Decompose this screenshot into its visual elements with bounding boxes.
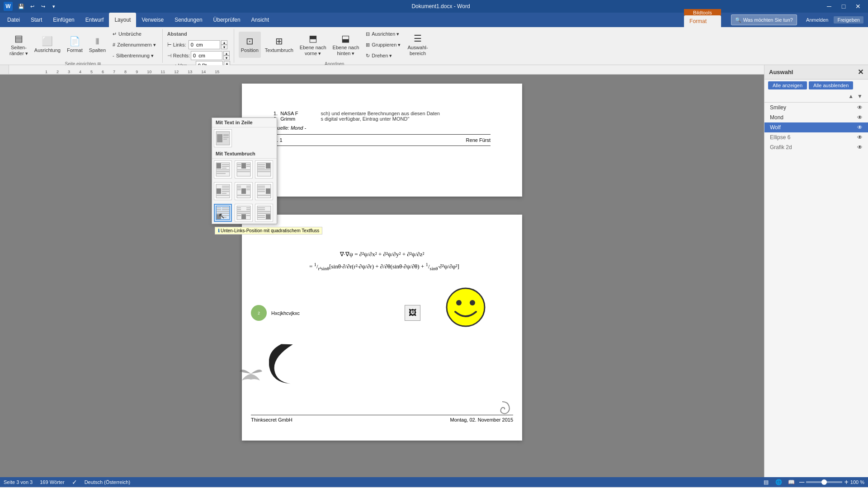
einzug-rechts-up[interactable]: ▴ xyxy=(223,51,230,56)
spalten-btn[interactable]: ⫴ Spalten xyxy=(87,32,108,58)
moon-crescent xyxy=(269,341,305,388)
quick-access-toolbar: 💾 ↩ ↪ ▾ xyxy=(16,1,59,11)
spalten-icon: ⫴ xyxy=(95,36,99,47)
signin-btn[interactable]: Anmelden xyxy=(806,17,829,23)
web-view-btn[interactable]: 🌐 xyxy=(774,478,783,487)
redo-btn[interactable]: ↪ xyxy=(38,1,48,11)
position-btn[interactable]: ⊡ Position xyxy=(239,32,261,58)
position-middle-left[interactable] xyxy=(214,182,232,200)
green-circle: 2 xyxy=(251,305,267,321)
position-bottom-right[interactable] xyxy=(255,204,273,222)
print-view-btn[interactable]: ▤ xyxy=(761,478,770,487)
format-btn[interactable]: 📄 Format xyxy=(65,32,85,58)
ausrichten-btn[interactable]: ⊟ Ausrichten ▾ xyxy=(363,29,403,39)
tab-format[interactable]: Format xyxy=(684,15,721,27)
einzug-rechts-down[interactable]: ▾ xyxy=(223,56,230,60)
zeilennummern-btn[interactable]: # Zeilennummern ▾ xyxy=(110,40,159,50)
panel-item-wolf[interactable]: Wolf 👁 xyxy=(764,122,868,132)
ausrichtung-btn[interactable]: ⬜ Ausrichtung xyxy=(32,32,63,58)
doc-scroll[interactable]: 1. NASA F 2. Grimm sch) und elementare B… xyxy=(0,75,764,477)
ebene-hinten-icon: ⬓ xyxy=(341,33,350,44)
svg-rect-17 xyxy=(246,164,250,165)
panel-title: Auswahl xyxy=(769,69,793,75)
tab-sendungen[interactable]: Sendungen xyxy=(169,13,208,27)
tab-verweise[interactable]: Verweise xyxy=(136,13,169,27)
position-bottom-left[interactable]: ℹ Unten-Links-Position mit quadratischem… xyxy=(214,204,232,222)
position-top-right[interactable] xyxy=(255,160,273,178)
panel-item-grafik2d[interactable]: Grafik 2d 👁 xyxy=(764,142,868,152)
panel-item-ellipse6[interactable]: Ellipse 6 👁 xyxy=(764,132,868,142)
customize-btn[interactable]: ▾ xyxy=(49,1,59,11)
bird-shape xyxy=(237,362,264,386)
hxcjk-text: Hxcjkhcvjkxc xyxy=(271,310,300,316)
contextual-label: Bildtools xyxy=(684,9,721,15)
position-middle-center[interactable] xyxy=(235,182,253,200)
close-btn[interactable]: ✕ xyxy=(852,0,864,13)
tab-einfuegen[interactable]: Einfügen xyxy=(47,13,80,27)
auswahlbereich-icon: ☰ xyxy=(414,33,422,44)
position-middle-right[interactable] xyxy=(255,182,273,200)
auswahlbereich-btn[interactable]: ☰ Auswahl-bereich xyxy=(405,32,430,58)
drehen-btn[interactable]: ↻ Drehen ▾ xyxy=(363,51,403,61)
svg-rect-65 xyxy=(246,207,250,208)
svg-rect-6 xyxy=(217,163,221,169)
svg-rect-2 xyxy=(223,134,229,136)
reading-view-btn[interactable]: 📖 xyxy=(787,478,796,487)
tab-start[interactable]: Start xyxy=(25,13,47,27)
tab-ansicht[interactable]: Ansicht xyxy=(246,13,274,27)
tab-ueberpruefen[interactable]: Überprüfen xyxy=(208,13,246,27)
hide-all-btn[interactable]: Alle ausblenden xyxy=(809,81,853,89)
svg-rect-48 xyxy=(258,188,265,188)
position-icon: ⊡ xyxy=(246,36,254,47)
panel-item-mond[interactable]: Mond 👁 xyxy=(764,113,868,122)
share-btn[interactable]: Freigeben xyxy=(834,16,863,23)
source-text: Quelle: Mond - xyxy=(274,125,491,131)
gruppieren-btn[interactable]: ⊞ Gruppieren ▾ xyxy=(363,40,403,50)
position-top-left[interactable] xyxy=(214,160,232,178)
position-top-center[interactable] xyxy=(235,160,253,178)
einzug-links-group: ⊢ Links: ▴ ▾ xyxy=(167,40,227,50)
seitenraender-btn[interactable]: ▤ Seiten-ränder ▾ xyxy=(7,32,30,58)
panel-close-btn[interactable]: ✕ xyxy=(858,68,863,76)
panel-scroll-down[interactable]: ▼ xyxy=(855,92,864,100)
ebene-hinten-btn[interactable]: ⬓ Ebene nachhinten ▾ xyxy=(330,32,362,58)
eye-icon-wolf: 👁 xyxy=(857,124,863,131)
tab-layout[interactable]: Layout xyxy=(109,13,136,27)
silbentrennung-icon: - xyxy=(113,53,114,58)
save-btn[interactable]: 💾 xyxy=(16,1,26,11)
umbrueche-btn[interactable]: ↵ Umbrüche xyxy=(110,29,159,39)
tab-datei[interactable]: Datei xyxy=(2,13,25,27)
status-bar: Seite 3 von 3 169 Wörter ✓ Deutsch (Öste… xyxy=(0,477,868,487)
source-detail-2: s digital verfügbar, Eintrag unter MOND" xyxy=(321,116,440,122)
position-bottom-center[interactable] xyxy=(235,204,253,222)
ribbon-tabs: Datei Start Einfügen Entwurf Layout Verw… xyxy=(0,13,723,27)
search-box[interactable]: 🔍 Was möchten Sie tun? xyxy=(731,14,797,25)
einzug-links-down[interactable]: ▾ xyxy=(221,45,227,49)
einzug-links-up[interactable]: ▴ xyxy=(221,40,227,45)
zoom-slider[interactable] xyxy=(806,481,842,483)
position-inline[interactable] xyxy=(214,129,232,147)
panel-header: Auswahl ✕ xyxy=(764,65,868,80)
svg-rect-26 xyxy=(258,169,270,170)
einzug-links-input[interactable] xyxy=(189,40,220,49)
page-header-row: S. 1 Rene Fürst xyxy=(274,137,491,143)
umbrueche-icon: ↵ xyxy=(113,31,117,37)
zoom-out-btn[interactable]: ─ xyxy=(799,478,804,486)
zoom-in-btn[interactable]: + xyxy=(844,478,848,486)
einzug-rechts-input[interactable] xyxy=(191,51,222,60)
panel-item-smiley[interactable]: Smiley 👁 xyxy=(764,103,868,113)
undo-btn[interactable]: ↩ xyxy=(27,1,37,11)
svg-point-82 xyxy=(470,300,475,305)
panel-scroll-up[interactable]: ▲ xyxy=(846,92,855,100)
textumbruch-btn[interactable]: ⊞ Textumbruch xyxy=(263,32,296,58)
svg-rect-27 xyxy=(258,171,270,172)
show-all-btn[interactable]: Alle anzeigen xyxy=(768,81,807,89)
maximize-btn[interactable]: □ xyxy=(837,0,850,13)
silbentrennung-btn[interactable]: - Silbentrennung ▾ xyxy=(110,51,159,61)
ebene-vorne-btn[interactable]: ⬒ Ebene nachvorne ▾ xyxy=(297,32,329,58)
minimize-btn[interactable]: ─ xyxy=(823,0,835,13)
svg-rect-39 xyxy=(246,186,250,187)
tab-entwurf[interactable]: Entwurf xyxy=(80,13,109,27)
eye-icon-ellipse6: 👁 xyxy=(857,134,863,141)
svg-rect-78 xyxy=(258,215,265,216)
